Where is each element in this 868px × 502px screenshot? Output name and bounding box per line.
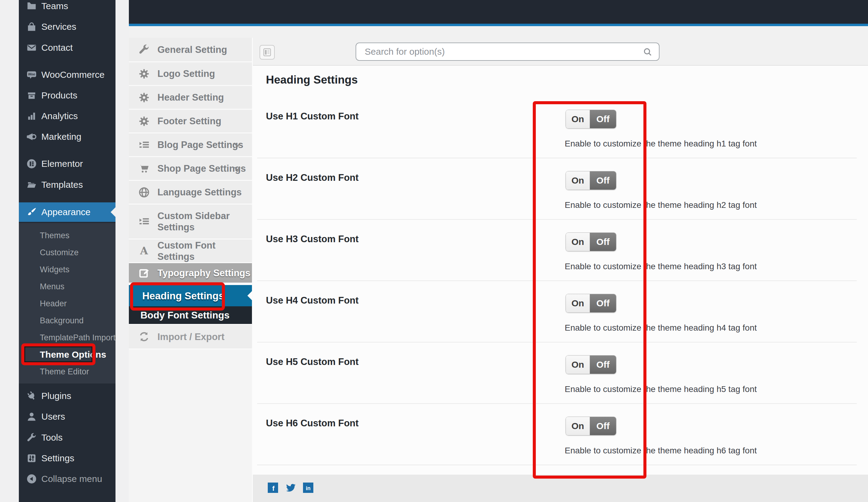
toggle-off-button[interactable]: Off [590, 294, 616, 312]
nav-item-logo-setting[interactable]: Logo Setting [129, 62, 252, 85]
submenu-item-theme-editor[interactable]: Theme Editor [40, 364, 89, 379]
toggle-on-button[interactable]: On [566, 417, 590, 435]
sidebar-item-elementor[interactable]: Elementor [19, 154, 115, 173]
chevron-down-icon[interactable] [232, 139, 243, 150]
linkedin-icon[interactable]: in [303, 483, 313, 493]
sidebar-item-contact[interactable]: Contact [19, 38, 115, 57]
submenu-item-background[interactable]: Background [40, 313, 84, 328]
toggle-off-button[interactable]: Off [590, 171, 616, 190]
h2-toggle[interactable]: On Off [566, 171, 616, 190]
nav-item-custom-font-settings[interactable]: A Custom Font Settings [129, 239, 252, 262]
sidebar-item-plugins[interactable]: Plugins [19, 387, 115, 405]
sidebar-item-appearance[interactable]: Appearance [19, 202, 115, 222]
screen: Teams Services Contact Woo WooCommerce P… [0, 0, 868, 502]
sidebar-item-marketing[interactable]: Marketing [19, 127, 115, 146]
option-help-text: Enable to customize the theme heading h6… [565, 446, 757, 456]
submenu-item-customize[interactable]: Customize [40, 245, 79, 260]
gear-icon [138, 115, 150, 127]
toggle-off-button[interactable]: Off [590, 417, 616, 435]
nav-item-custom-sidebar-settings[interactable]: Custom Sidebar Settings [129, 205, 252, 239]
submenu-label: TemplatePath Import [40, 333, 115, 343]
sidebar-item-templates[interactable]: Templates [19, 175, 115, 194]
twitter-icon[interactable] [286, 483, 296, 493]
submenu-item-theme-options[interactable]: Theme Options [40, 347, 106, 362]
nav-item-typography-settings[interactable]: Typography Settings [129, 263, 252, 283]
submenu-item-header[interactable]: Header [40, 296, 67, 311]
submenu-label: Theme Editor [40, 367, 89, 377]
toggle-off-button[interactable]: Off [590, 356, 616, 374]
submenu-item-templatepath-import[interactable]: TemplatePath Import [40, 330, 115, 345]
nav-item-footer-setting[interactable]: Footer Setting [129, 110, 252, 133]
facebook-icon[interactable]: f [268, 483, 278, 493]
main-panel: Heading Settings Use H1 Custom Font On O… [252, 38, 868, 502]
toggle-off-button[interactable]: Off [590, 110, 616, 128]
option-row-h5: Use H5 Custom Font On Off Enable to cust… [257, 342, 857, 404]
option-label: Use H5 Custom Font [266, 356, 359, 367]
toggle-on-button[interactable]: On [566, 294, 590, 312]
indent-list-icon [138, 139, 150, 151]
chevron-down-icon[interactable] [232, 163, 243, 174]
footer-band: f in [253, 475, 868, 502]
option-row-h3: Use H3 Custom Font On Off Enable to cust… [257, 219, 857, 281]
bar-chart-icon [26, 111, 37, 122]
active-subnav-arrow [247, 291, 252, 300]
toggle-off-button[interactable]: Off [590, 233, 616, 251]
h6-toggle[interactable]: On Off [566, 417, 616, 436]
submenu-item-themes[interactable]: Themes [40, 228, 70, 243]
nav-item-language-settings[interactable]: Language Settings [129, 181, 252, 203]
nav-item-label: Language Settings [157, 187, 241, 198]
toggle-on-button[interactable]: On [566, 110, 590, 128]
sidebar-item-label: Users [41, 411, 65, 422]
sidebar-item-label: Collapse menu [41, 474, 102, 484]
search-input[interactable] [355, 43, 660, 61]
sidebar-item-users[interactable]: Users [19, 407, 115, 426]
sidebar-item-label: Templates [41, 180, 83, 190]
collapse-menu-button[interactable]: Collapse menu [19, 470, 115, 488]
option-help-text: Enable to customize the theme heading h3… [565, 262, 757, 271]
panel-toggle-button[interactable] [260, 45, 275, 60]
nav-item-header-setting[interactable]: Header Setting [129, 86, 252, 109]
toggle-on-button[interactable]: On [566, 356, 590, 374]
active-menu-arrow [111, 207, 115, 217]
toggle-on-button[interactable]: On [566, 171, 590, 190]
sidebar-item-settings[interactable]: Settings [19, 449, 115, 468]
nav-item-heading-settings[interactable]: Heading Settings [129, 285, 252, 306]
sliders-icon [26, 453, 37, 464]
sidebar-item-teams[interactable]: Teams [19, 0, 115, 15]
sidebar-item-services[interactable]: Services [19, 17, 115, 36]
h4-toggle[interactable]: On Off [566, 294, 616, 313]
option-row-h1: Use H1 Custom Font On Off Enable to cust… [257, 96, 857, 158]
option-row-h2: Use H2 Custom Font On Off Enable to cust… [257, 158, 857, 220]
subtop-band [129, 26, 868, 38]
h1-toggle[interactable]: On Off [566, 110, 616, 128]
sidebar-item-tools[interactable]: Tools [19, 428, 115, 447]
submenu-label: Customize [40, 248, 79, 258]
nav-filler [129, 349, 252, 502]
sidebar-item-analytics[interactable]: Analytics [19, 107, 115, 125]
nav-item-shop-page-settings[interactable]: Shop Page Settings [129, 157, 252, 180]
svg-text:in: in [306, 485, 311, 491]
submenu-item-menus[interactable]: Menus [40, 279, 64, 294]
sidebar-item-woocommerce[interactable]: Woo WooCommerce [19, 65, 115, 84]
indent-list-icon [138, 216, 150, 228]
sidebar-item-label: Elementor [41, 159, 83, 169]
option-row-h4: Use H4 Custom Font On Off Enable to cust… [257, 281, 857, 343]
nav-item-import-export[interactable]: Import / Export [129, 325, 252, 348]
submenu-label: Menus [40, 282, 64, 291]
h3-toggle[interactable]: On Off [566, 232, 616, 251]
option-help-text: Enable to customize the theme heading h2… [565, 200, 757, 210]
top-dark-bar [129, 0, 868, 24]
nav-item-blog-page-settings[interactable]: Blog Page Settings [129, 133, 252, 156]
nav-item-label: Heading Settings [142, 290, 224, 302]
h5-toggle[interactable]: On Off [566, 355, 616, 374]
nav-item-general-setting[interactable]: General Setting [129, 38, 252, 61]
sidebar-item-label: Settings [41, 453, 74, 463]
svg-text:A: A [140, 245, 148, 257]
nav-item-body-font-settings[interactable]: Body Font Settings [129, 306, 252, 324]
submenu-label: Themes [40, 231, 70, 240]
toggle-on-button[interactable]: On [566, 233, 590, 251]
sidebar-item-products[interactable]: Products [19, 86, 115, 105]
submenu-item-widgets[interactable]: Widgets [40, 262, 70, 277]
sidebar-item-label: Contact [41, 43, 73, 53]
nav-item-label: Body Font Settings [141, 310, 229, 321]
